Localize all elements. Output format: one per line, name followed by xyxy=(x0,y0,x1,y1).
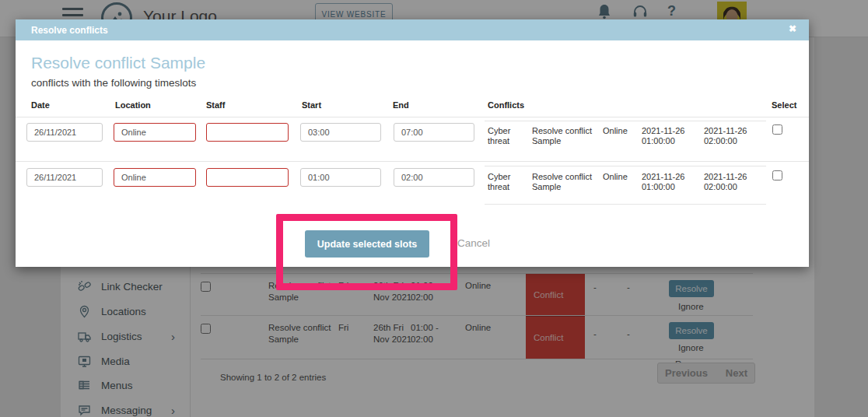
end-time-input[interactable] xyxy=(394,168,474,187)
end-time-input[interactable] xyxy=(394,123,474,142)
annotation-highlight-box xyxy=(276,214,457,290)
column-header-date: Date xyxy=(31,100,50,110)
start-time-input[interactable] xyxy=(300,123,381,142)
row-divider xyxy=(16,161,809,162)
close-icon[interactable]: ✖ xyxy=(789,23,796,34)
staff-input[interactable] xyxy=(206,168,289,187)
conflict-name: Resolve conflict Sample xyxy=(532,172,599,192)
modal-header-title: Resolve conflicts xyxy=(31,25,108,36)
location-input[interactable] xyxy=(114,123,196,142)
start-time-input[interactable] xyxy=(300,168,381,187)
select-slot-checkbox[interactable] xyxy=(772,124,782,135)
conflict-subtable-divider xyxy=(485,204,766,205)
conflict-end: 2021-11-26 02:00:00 xyxy=(704,172,763,192)
modal-title: Resolve conflict Sample xyxy=(31,54,205,72)
column-header-select: Select xyxy=(772,100,796,110)
conflict-subtable-divider xyxy=(485,121,766,121)
column-header-end: End xyxy=(393,100,409,110)
modal-header: Resolve conflicts ✖ xyxy=(16,19,809,40)
conflict-location: Online xyxy=(603,172,628,182)
staff-input[interactable] xyxy=(206,123,289,142)
column-header-location: Location xyxy=(115,100,151,110)
conflict-start: 2021-11-26 01:00:00 xyxy=(642,172,701,192)
conflict-name: Resolve conflict Sample xyxy=(532,126,599,146)
conflict-type: Cyber threat xyxy=(488,126,522,146)
column-header-staff: Staff xyxy=(206,100,225,110)
date-input[interactable] xyxy=(26,168,103,187)
select-slot-checkbox[interactable] xyxy=(772,170,782,180)
conflict-end: 2021-11-26 02:00:00 xyxy=(704,126,763,146)
conflict-type: Cyber threat xyxy=(488,172,522,192)
modal-subtitle: conflicts with the following timeslots xyxy=(31,77,196,89)
column-header-conflicts: Conflicts xyxy=(488,100,524,110)
location-input[interactable] xyxy=(114,168,196,187)
date-input[interactable] xyxy=(26,123,103,142)
column-header-start: Start xyxy=(302,100,321,110)
cancel-button[interactable]: Cancel xyxy=(457,237,490,249)
conflict-start: 2021-11-26 01:00:00 xyxy=(642,126,701,146)
conflict-subtable-divider xyxy=(485,166,766,166)
table-header-divider xyxy=(16,117,809,117)
conflict-location: Online xyxy=(603,126,628,136)
